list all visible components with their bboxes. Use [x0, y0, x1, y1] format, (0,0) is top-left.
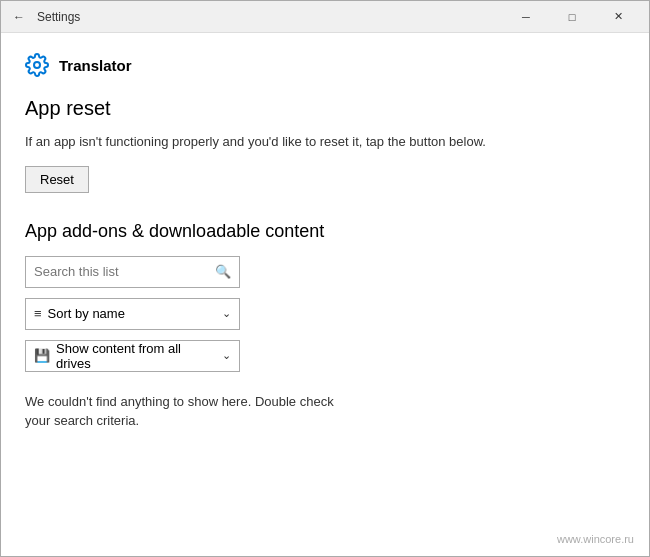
titlebar: ← Settings ─ □ ✕ — [1, 1, 649, 33]
filter-chevron-icon: ⌄ — [222, 349, 231, 362]
app-name: Translator — [59, 57, 132, 74]
titlebar-title: Settings — [37, 10, 503, 24]
minimize-button[interactable]: ─ — [503, 1, 549, 33]
search-input[interactable] — [34, 264, 215, 279]
drive-icon: 💾 — [34, 348, 50, 363]
maximize-button[interactable]: □ — [549, 1, 595, 33]
svg-point-0 — [34, 62, 40, 68]
filter-label: Show content from all drives — [56, 341, 216, 371]
sort-dropdown[interactable]: ≡ Sort by name ⌄ — [25, 298, 240, 330]
window-controls: ─ □ ✕ — [503, 1, 641, 33]
search-icon: 🔍 — [215, 264, 231, 279]
back-button[interactable]: ← — [9, 7, 29, 27]
sort-icon: ≡ — [34, 306, 42, 321]
search-box[interactable]: 🔍 — [25, 256, 240, 288]
gear-icon — [25, 53, 49, 77]
sort-label: Sort by name — [48, 306, 216, 321]
content-area: Translator App reset If an app isn't fun… — [1, 33, 649, 556]
sort-chevron-icon: ⌄ — [222, 307, 231, 320]
reset-button[interactable]: Reset — [25, 166, 89, 193]
close-button[interactable]: ✕ — [595, 1, 641, 33]
addons-heading: App add-ons & downloadable content — [25, 221, 625, 242]
app-header: Translator — [25, 53, 625, 77]
app-reset-heading: App reset — [25, 97, 625, 120]
app-reset-description: If an app isn't functioning properly and… — [25, 132, 625, 152]
main-panel: Translator App reset If an app isn't fun… — [1, 33, 649, 556]
filter-dropdown[interactable]: 💾 Show content from all drives ⌄ — [25, 340, 240, 372]
watermark: www.wincore.ru — [557, 533, 634, 545]
empty-message: We couldn't find anything to show here. … — [25, 392, 345, 431]
